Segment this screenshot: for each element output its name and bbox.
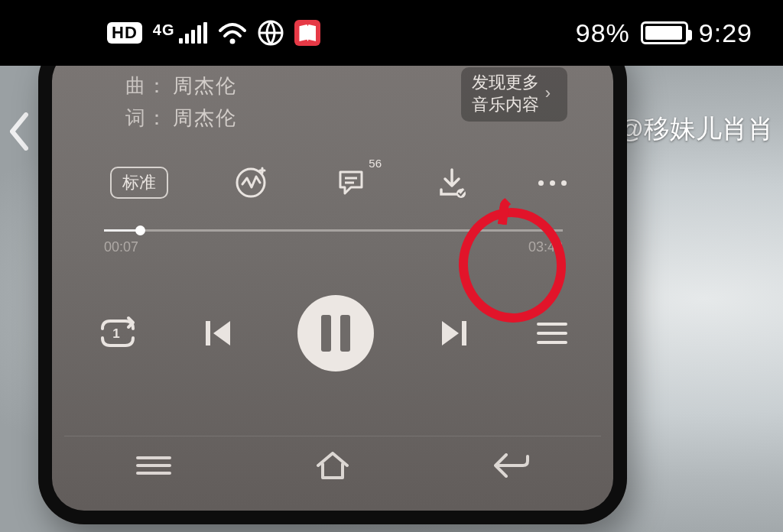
song-credits: 曲： 周杰伦 词： 周杰伦 xyxy=(125,70,237,134)
play-pause-button[interactable] xyxy=(297,295,374,371)
back-button[interactable] xyxy=(491,450,532,481)
pause-icon xyxy=(321,315,331,352)
chevron-right-icon: › xyxy=(545,83,551,105)
wifi-icon xyxy=(218,21,247,44)
cellular-signal-icon: 4G xyxy=(153,22,208,44)
android-nav-bar xyxy=(64,436,601,494)
hd-icon: HD xyxy=(107,22,142,44)
elapsed-time: 00:07 xyxy=(104,239,138,255)
playlist-button[interactable] xyxy=(534,318,570,349)
previous-track-button[interactable] xyxy=(200,315,236,352)
more-options-button[interactable] xyxy=(534,164,570,201)
svg-text:1: 1 xyxy=(112,326,119,341)
next-track-button[interactable] xyxy=(436,315,473,352)
globe-data-icon xyxy=(258,20,284,46)
playback-controls: 1 xyxy=(95,287,570,379)
sound-effect-button[interactable] xyxy=(232,164,269,201)
outer-status-bar: HD 4G 98% 9:29 xyxy=(0,0,783,66)
back-icon[interactable] xyxy=(5,110,32,153)
video-frame: @移妹儿肖肖 曲： 周杰伦 词： 周杰伦 发现更多 音乐内容 xyxy=(0,66,783,532)
svg-point-0 xyxy=(230,39,236,44)
status-right-cluster: 98% 9:29 xyxy=(576,18,752,48)
clock: 9:29 xyxy=(699,18,752,48)
recent-apps-button[interactable] xyxy=(133,453,174,478)
battery-percent: 98% xyxy=(576,18,630,48)
home-button[interactable] xyxy=(312,449,353,482)
svg-rect-7 xyxy=(206,321,210,345)
total-time: 03:43 xyxy=(528,239,563,255)
comments-button[interactable]: 56 xyxy=(333,164,369,201)
watermark: @移妹儿肖肖 xyxy=(617,112,774,147)
network-label: 4G xyxy=(153,22,175,37)
composer-label: 曲： xyxy=(125,70,168,102)
composer-name: 周杰伦 xyxy=(173,70,237,102)
lyricist-name: 周杰伦 xyxy=(173,102,237,135)
discover-line2: 音乐内容 xyxy=(472,94,539,116)
repeat-one-button[interactable]: 1 xyxy=(95,315,138,352)
status-left-cluster: HD 4G xyxy=(107,20,320,46)
book-app-icon xyxy=(294,20,320,46)
comment-count: 56 xyxy=(369,157,382,170)
action-row: 标准 56 xyxy=(110,156,570,209)
download-button[interactable] xyxy=(434,164,470,201)
music-player-screen: 曲： 周杰伦 词： 周杰伦 发现更多 音乐内容 › 标准 xyxy=(64,66,601,501)
lyricist-label: 词： xyxy=(125,102,168,135)
discover-more-button[interactable]: 发现更多 音乐内容 › xyxy=(461,67,567,122)
pause-icon xyxy=(340,315,350,352)
quality-chip[interactable]: 标准 xyxy=(110,167,168,199)
signal-bars-icon xyxy=(179,22,207,44)
phone-body: 曲： 周杰伦 词： 周杰伦 发现更多 音乐内容 › 标准 xyxy=(38,66,627,524)
discover-line1: 发现更多 xyxy=(472,72,539,94)
svg-rect-8 xyxy=(462,321,466,345)
progress-bar[interactable]: 00:07 03:43 xyxy=(104,229,563,255)
svg-point-5 xyxy=(456,189,466,198)
battery-icon xyxy=(641,21,688,44)
